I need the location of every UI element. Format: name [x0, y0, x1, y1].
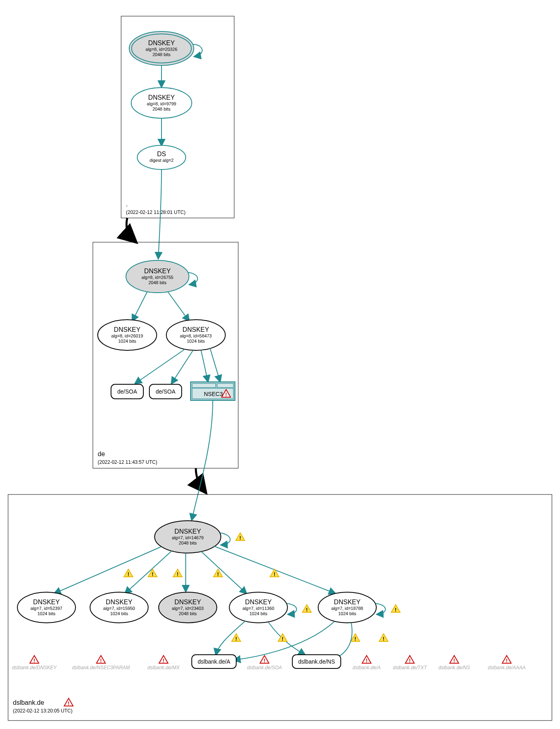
svg-text:dslbank.de/TXT: dslbank.de/TXT [393, 665, 428, 670]
edge-de-58473-nsec3a [201, 350, 208, 381]
svg-text:alg=7, id=18788: alg=7, id=18788 [331, 606, 363, 611]
svg-text:2048 bits: 2048 bits [153, 107, 171, 111]
svg-text:DNSKEY: DNSKEY [106, 599, 132, 605]
edge-de-58473-soa2 [172, 350, 193, 383]
edge-de-ksk-26019 [132, 291, 147, 321]
edge-de-58473-soa1 [135, 349, 185, 383]
svg-text:1024 bits: 1024 bits [338, 611, 357, 616]
warning-icon [148, 569, 157, 577]
svg-text:DNSKEY: DNSKEY [334, 599, 361, 605]
warning-icon [379, 634, 388, 642]
svg-text:2048 bits: 2048 bits [179, 611, 197, 616]
node-d-11360[interactable]: DNSKEY alg=7, id=11360 1024 bits [229, 592, 287, 623]
svg-text:dslbank.de/NS: dslbank.de/NS [298, 658, 335, 665]
svg-text:NSEC3: NSEC3 [204, 391, 223, 397]
svg-text:dslbank.de/MX: dslbank.de/MX [147, 665, 180, 670]
node-d-ns[interactable]: dslbank.de/NS [292, 655, 341, 668]
svg-text:2048 bits: 2048 bits [153, 52, 171, 57]
svg-text:dslbank.de/A: dslbank.de/A [352, 665, 380, 670]
svg-rect-35 [217, 383, 233, 388]
svg-text:2048 bits: 2048 bits [179, 540, 197, 545]
edge-d-14679-self [220, 533, 230, 545]
warning-icon [236, 533, 245, 541]
zone-dslbank-name: dslbank.de [13, 699, 44, 706]
node-d-23403[interactable]: DNSKEY alg=7, id=23403 2048 bits [159, 592, 217, 623]
node-d-15950[interactable]: DNSKEY alg=7, id=15950 1024 bits [90, 592, 148, 623]
svg-text:DNSKEY: DNSKEY [148, 94, 175, 101]
svg-text:DNSKEY: DNSKEY [245, 599, 272, 605]
edge-de-ksk-self [188, 272, 197, 285]
svg-text:alg=8, id=26755: alg=8, id=26755 [142, 275, 174, 280]
edge-de-58473-nsec3b [210, 348, 220, 381]
svg-text:1024 bits: 1024 bits [38, 611, 56, 616]
warning-icon [124, 569, 133, 577]
ghost-aaaa: dslbank.de/AAAA [488, 656, 525, 670]
zone-de-ts: (2022-02-12 11:43:57 UTC) [98, 459, 157, 465]
zone-de: de (2022-02-12 11:43:57 UTC) DNSKEY alg=… [93, 242, 238, 468]
svg-text:alg=7, id=11360: alg=7, id=11360 [243, 606, 275, 611]
warning-icon [270, 569, 279, 577]
svg-rect-34 [192, 383, 216, 388]
node-root-zsk[interactable]: DNSKEY alg=8, id=9799 2048 bits [131, 88, 192, 118]
edge-d14679-52397 [55, 547, 161, 593]
node-d-14679[interactable]: DNSKEY alg=7, id=14679 2048 bits [155, 521, 221, 553]
edge-root-to-de-zone [126, 218, 135, 241]
svg-text:1024 bits: 1024 bits [118, 339, 136, 344]
zone-root-name: . [126, 201, 128, 207]
node-d-a[interactable]: dslbank.de/A [192, 655, 236, 668]
svg-text:DNSKEY: DNSKEY [114, 326, 141, 333]
ghost-txt: dslbank.de/TXT [393, 656, 428, 670]
svg-text:de/SOA: de/SOA [155, 388, 176, 395]
svg-text:1024 bits: 1024 bits [250, 611, 268, 616]
warning-icon [173, 569, 182, 577]
ghost-a: dslbank.de/A [352, 656, 380, 670]
svg-text:alg=7, id=52397: alg=7, id=52397 [31, 606, 63, 611]
svg-text:2048 bits: 2048 bits [149, 280, 167, 285]
warning-icon [302, 605, 311, 613]
node-de-26019[interactable]: DNSKEY alg=8, id=26019 1024 bits [98, 320, 157, 350]
svg-text:dslbank.de/NSEC3PARAM: dslbank.de/NSEC3PARAM [72, 665, 130, 670]
svg-text:DNSKEY: DNSKEY [33, 599, 60, 605]
svg-text:1024 bits: 1024 bits [187, 339, 205, 344]
ghost-mx: dslbank.de/MX [147, 656, 180, 670]
svg-text:alg=7, id=23403: alg=7, id=23403 [172, 606, 204, 611]
ghost-soa: dslbank.de/SOA [247, 656, 282, 670]
svg-text:DNSKEY: DNSKEY [182, 326, 209, 333]
svg-text:DNSKEY: DNSKEY [148, 40, 175, 46]
svg-text:digest alg=2: digest alg=2 [149, 158, 174, 163]
edge-d11360-ns [268, 622, 305, 655]
edge-de-ksk-58473 [168, 291, 189, 321]
svg-text:dslbank.de/DNSKEY: dslbank.de/DNSKEY [12, 665, 57, 670]
node-de-ksk[interactable]: DNSKEY alg=8, id=26755 2048 bits [126, 260, 189, 293]
zone-root-ts: (2022-02-12 11:28:01 UTC) [126, 209, 185, 215]
svg-text:DNSKEY: DNSKEY [174, 599, 201, 605]
svg-text:DS: DS [157, 151, 166, 157]
node-d-18788[interactable]: DNSKEY alg=7, id=18788 1024 bits [318, 592, 376, 623]
svg-text:1024 bits: 1024 bits [110, 611, 128, 616]
zone-de-name: de [98, 450, 105, 457]
svg-text:alg=8, id=9799: alg=8, id=9799 [147, 101, 176, 106]
node-root-ds[interactable]: DS digest alg=2 [137, 145, 186, 170]
svg-text:dslbank.de/SOA: dslbank.de/SOA [247, 665, 282, 670]
ghost-ns: dslbank.de/NS [438, 656, 470, 670]
node-de-nsec3[interactable]: NSEC3 [191, 382, 235, 400]
edge-d-11360-self [287, 603, 297, 614]
node-de-soa2[interactable]: de/SOA [149, 384, 182, 399]
zone-root: . (2022-02-12 11:28:01 UTC) DNSKEY alg=8… [121, 16, 234, 218]
svg-text:dslbank.de/NS: dslbank.de/NS [438, 665, 470, 670]
node-de-58473[interactable]: DNSKEY alg=8, id=58473 1024 bits [166, 320, 225, 350]
svg-text:alg=7, id=14679: alg=7, id=14679 [172, 535, 204, 540]
edge-nsec3-dslbank-ksk [192, 400, 213, 520]
warning-icon [391, 605, 400, 613]
ghost-nsec3param: dslbank.de/NSEC3PARAM [72, 656, 130, 670]
node-root-ksk[interactable]: DNSKEY alg=8, id=20326 2048 bits [129, 31, 194, 65]
error-icon [64, 698, 73, 706]
svg-point-13 [137, 145, 186, 170]
ghost-dnskey: dslbank.de/DNSKEY [12, 656, 57, 670]
svg-text:DNSKEY: DNSKEY [144, 268, 171, 274]
node-d-52397[interactable]: DNSKEY alg=7, id=52397 1024 bits [17, 592, 76, 623]
zone-dslbank-ts: (2022-02-12 13:20:05 UTC) [13, 708, 72, 714]
node-de-soa1[interactable]: de/SOA [111, 384, 143, 399]
edge-d-18788-self [375, 603, 386, 614]
svg-text:de/SOA: de/SOA [117, 388, 137, 395]
